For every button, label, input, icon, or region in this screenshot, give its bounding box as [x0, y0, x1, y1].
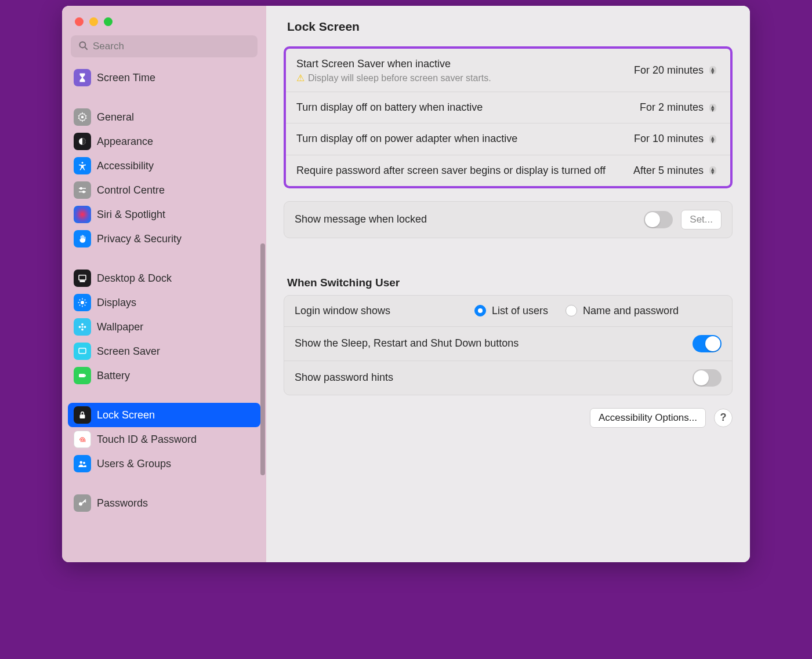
sidebar-item-appearance[interactable]: Appearance — [68, 129, 260, 154]
login-window-row: Login window shows List of users Name an… — [284, 296, 732, 327]
help-button[interactable]: ? — [714, 409, 733, 427]
sidebar-item-label: Privacy & Security — [97, 233, 182, 245]
sidebar-item-passwords[interactable]: Passwords — [68, 491, 260, 515]
svg-rect-25 — [79, 348, 86, 354]
window-controls — [62, 13, 266, 35]
sidebar-item-screen-time[interactable]: Screen Time — [68, 65, 260, 90]
password-hints-label: Show password hints — [295, 370, 681, 385]
password-hints-toggle[interactable] — [693, 369, 722, 387]
screensaver-icon — [74, 343, 91, 360]
svg-line-19 — [85, 300, 86, 301]
lock-message-set-button[interactable]: Set... — [681, 210, 722, 230]
sidebar-item-label: Desktop & Dock — [97, 272, 172, 285]
screensaver-popup[interactable]: For 20 minutes ▴▾ — [629, 63, 720, 78]
sidebar-nav: Screen Time General Appearance Acces — [62, 65, 266, 562]
login-window-label: Login window shows — [295, 304, 463, 318]
sidebar-item-label: General — [97, 111, 134, 123]
require-password-label: Require password after screen saver begi… — [296, 163, 617, 178]
lock-message-label: Show message when locked — [295, 212, 632, 227]
require-password-row: Require password after screen saver begi… — [286, 155, 730, 186]
settings-window: Screen Time General Appearance Acces — [62, 6, 750, 562]
hand-icon — [74, 230, 91, 247]
svg-line-18 — [79, 305, 81, 306]
sidebar-item-lock-screen[interactable]: Lock Screen — [68, 403, 260, 427]
radio-list-of-users[interactable]: List of users — [474, 305, 548, 317]
sidebar-item-label: Appearance — [97, 136, 153, 148]
svg-point-0 — [79, 42, 85, 48]
search-icon — [78, 40, 89, 52]
svg-point-20 — [82, 326, 84, 328]
sidebar-item-users-groups[interactable]: Users & Groups — [68, 452, 260, 476]
sidebar-item-touch-id-password[interactable]: Touch ID & Password — [68, 427, 260, 452]
brightness-icon — [74, 294, 91, 311]
sidebar-item-desktop-dock[interactable]: Desktop & Dock — [68, 266, 260, 290]
accessibility-icon — [74, 157, 91, 174]
sliders-icon — [74, 181, 91, 199]
require-password-popup[interactable]: After 5 minutes ▴▾ — [629, 163, 720, 178]
radio-name-password[interactable]: Name and password — [566, 305, 679, 317]
sidebar-item-control-centre[interactable]: Control Centre — [68, 178, 260, 202]
sidebar-item-displays[interactable]: Displays — [68, 290, 260, 315]
lock-message-toggle[interactable] — [644, 211, 673, 228]
page-title: Lock Screen — [287, 20, 733, 34]
minimize-button[interactable] — [89, 17, 98, 26]
sidebar-item-label: Passwords — [97, 497, 148, 509]
svg-point-4 — [82, 162, 84, 163]
sidebar-item-label: Battery — [97, 370, 130, 382]
warning-icon: ⚠︎ — [296, 72, 304, 83]
svg-point-21 — [81, 323, 84, 326]
sidebar-item-screen-saver[interactable]: Screen Saver — [68, 339, 260, 363]
svg-rect-10 — [80, 281, 85, 282]
svg-point-24 — [84, 326, 86, 328]
sidebar-item-accessibility[interactable]: Accessibility — [68, 154, 260, 178]
accessibility-options-button[interactable]: Accessibility Options... — [590, 408, 706, 428]
key-icon — [74, 494, 91, 512]
svg-point-8 — [83, 191, 85, 193]
sidebar-item-label: Displays — [97, 297, 136, 309]
screensaver-warning: ⚠︎ Display will sleep before screen save… — [296, 72, 618, 83]
show-buttons-row: Show the Sleep, Restart and Shut Down bu… — [284, 327, 732, 361]
dock-icon — [74, 270, 91, 287]
svg-point-23 — [79, 326, 81, 328]
appearance-icon — [74, 133, 91, 150]
lock-message-group: Show message when locked Set... — [284, 201, 733, 238]
lock-icon — [74, 406, 91, 424]
radio-icon — [474, 305, 486, 316]
sidebar-item-label: Accessibility — [97, 160, 154, 172]
svg-line-1 — [85, 48, 88, 50]
lock-message-row: Show message when locked Set... — [284, 202, 732, 238]
fullscreen-button[interactable] — [104, 17, 113, 26]
sidebar-item-label: Wallpaper — [97, 321, 143, 333]
svg-line-16 — [79, 300, 81, 301]
search-input[interactable] — [71, 35, 258, 57]
sidebar-item-siri-spotlight[interactable]: Siri & Spotlight — [68, 202, 260, 227]
sidebar-item-label: Users & Groups — [97, 458, 171, 470]
fingerprint-icon — [74, 431, 91, 448]
password-hints-row: Show password hints — [284, 361, 732, 395]
show-buttons-toggle[interactable] — [693, 335, 722, 352]
svg-point-2 — [81, 116, 84, 119]
svg-line-17 — [85, 305, 86, 306]
users-icon — [74, 455, 91, 472]
svg-point-11 — [81, 301, 84, 304]
svg-point-22 — [81, 329, 84, 331]
sidebar-item-privacy-security[interactable]: Privacy & Security — [68, 227, 260, 251]
battery-icon — [74, 367, 91, 384]
screensaver-row: Start Screen Saver when inactive ⚠︎ Disp… — [286, 49, 730, 92]
sidebar-item-label: Control Centre — [97, 184, 165, 196]
sidebar-item-wallpaper[interactable]: Wallpaper — [68, 315, 260, 339]
content-pane: Lock Screen Start Screen Saver when inac… — [266, 6, 750, 562]
svg-point-6 — [80, 188, 82, 190]
gear-icon — [74, 108, 91, 126]
footer-row: Accessibility Options... ? — [284, 408, 733, 428]
hourglass-icon — [74, 69, 91, 86]
display-adapter-popup[interactable]: For 10 minutes ▴▾ — [629, 132, 720, 146]
siri-icon — [74, 206, 91, 223]
close-button[interactable] — [75, 17, 84, 26]
svg-rect-26 — [79, 374, 85, 377]
sidebar-scrollbar[interactable] — [260, 243, 265, 475]
display-battery-popup[interactable]: For 2 minutes ▴▾ — [635, 100, 720, 115]
sidebar-item-general[interactable]: General — [68, 105, 260, 129]
radio-icon — [566, 305, 577, 316]
sidebar-item-battery[interactable]: Battery — [68, 363, 260, 388]
